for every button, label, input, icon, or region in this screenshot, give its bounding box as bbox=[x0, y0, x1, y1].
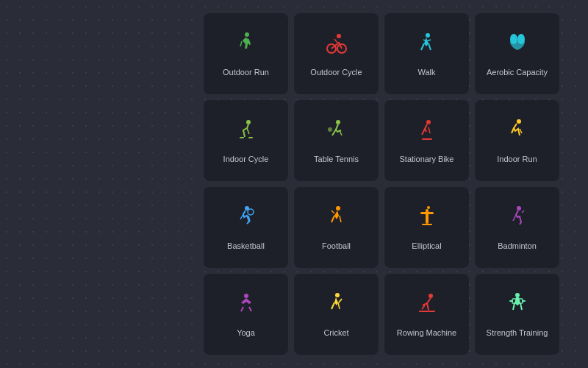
svg-rect-9 bbox=[248, 137, 253, 138]
table-tennis-icon bbox=[323, 116, 351, 148]
strength-training-icon bbox=[503, 290, 531, 322]
svg-point-12 bbox=[426, 120, 431, 124]
outdoor-run-label: Outdoor Run bbox=[223, 67, 269, 77]
football-label: Football bbox=[322, 241, 351, 251]
sport-card-badminton[interactable]: Badminton bbox=[475, 187, 559, 268]
rowing-machine-icon bbox=[413, 290, 441, 322]
indoor-cycle-icon bbox=[232, 116, 260, 148]
outdoor-cycle-label: Outdoor Cycle bbox=[310, 67, 362, 77]
stationary-bike-label: Stationary Bike bbox=[400, 154, 454, 164]
football-icon bbox=[323, 203, 351, 235]
svg-point-27 bbox=[515, 293, 520, 297]
svg-rect-8 bbox=[240, 137, 244, 138]
badminton-icon bbox=[503, 203, 531, 235]
rowing-machine-label: Rowing Machine bbox=[397, 328, 456, 338]
sport-card-aerobic-capacity[interactable]: Aerobic Capacity bbox=[475, 13, 559, 94]
sport-card-yoga[interactable]: Yoga bbox=[204, 274, 288, 355]
sport-card-strength-training[interactable]: Strength Training bbox=[475, 274, 559, 355]
outdoor-run-icon bbox=[232, 29, 260, 61]
sport-card-cricket[interactable]: Cricket bbox=[294, 274, 379, 355]
badminton-label: Badminton bbox=[498, 241, 537, 251]
elliptical-icon bbox=[413, 203, 441, 235]
svg-rect-18 bbox=[426, 209, 429, 224]
walk-label: Walk bbox=[417, 67, 435, 77]
strength-training-label: Strength Training bbox=[487, 328, 548, 338]
elliptical-label: Elliptical bbox=[412, 241, 441, 251]
cricket-label: Cricket bbox=[323, 328, 348, 338]
svg-point-25 bbox=[429, 294, 433, 298]
sport-card-indoor-run[interactable]: Indoor Run bbox=[475, 100, 559, 181]
svg-point-16 bbox=[248, 209, 254, 215]
aerobic-capacity-label: Aerobic Capacity bbox=[487, 67, 548, 77]
walk-icon bbox=[413, 29, 441, 61]
svg-point-22 bbox=[517, 206, 521, 210]
sports-grid-area: Outdoor Run Outdoor Cycle Walk Aerobic C… bbox=[184, 0, 588, 368]
outdoor-cycle-icon bbox=[323, 29, 351, 61]
sport-card-rowing-machine[interactable]: Rowing Machine bbox=[384, 274, 469, 355]
svg-point-10 bbox=[336, 120, 340, 124]
cricket-icon bbox=[323, 290, 351, 322]
svg-point-17 bbox=[336, 206, 340, 210]
sport-card-football[interactable]: Football bbox=[294, 187, 379, 268]
indoor-run-icon bbox=[503, 116, 531, 148]
sport-card-stationary-bike[interactable]: Stationary Bike bbox=[384, 100, 469, 181]
svg-rect-26 bbox=[419, 311, 435, 312]
svg-rect-19 bbox=[420, 212, 434, 214]
svg-rect-13 bbox=[422, 138, 432, 140]
sport-card-table-tennis[interactable]: Table Tennis bbox=[294, 100, 379, 181]
svg-point-21 bbox=[427, 206, 430, 209]
sports-grid: Outdoor Run Outdoor Cycle Walk Aerobic C… bbox=[204, 13, 559, 355]
basketball-label: Basketball bbox=[227, 241, 265, 251]
yoga-icon bbox=[232, 290, 260, 322]
sport-card-elliptical[interactable]: Elliptical bbox=[384, 187, 469, 268]
sport-card-walk[interactable]: Walk bbox=[384, 13, 469, 94]
aerobic-capacity-icon bbox=[503, 29, 531, 61]
sport-card-outdoor-run[interactable]: Outdoor Run bbox=[204, 13, 288, 94]
svg-point-14 bbox=[517, 119, 521, 124]
svg-point-24 bbox=[335, 293, 340, 297]
indoor-run-label: Indoor Run bbox=[497, 154, 537, 164]
svg-rect-20 bbox=[422, 224, 432, 225]
svg-point-7 bbox=[246, 120, 251, 124]
indoor-cycle-label: Indoor Cycle bbox=[223, 154, 269, 164]
sidebar bbox=[0, 0, 184, 368]
stationary-bike-icon bbox=[413, 116, 441, 148]
svg-point-3 bbox=[337, 34, 341, 38]
sport-card-basketball[interactable]: Basketball bbox=[204, 187, 288, 268]
basketball-icon bbox=[232, 203, 260, 235]
svg-point-4 bbox=[426, 33, 430, 38]
svg-point-0 bbox=[245, 32, 249, 37]
sport-card-outdoor-cycle[interactable]: Outdoor Cycle bbox=[294, 13, 379, 94]
yoga-label: Yoga bbox=[237, 328, 255, 338]
svg-point-23 bbox=[244, 294, 248, 298]
svg-point-11 bbox=[328, 127, 332, 132]
sport-card-indoor-cycle[interactable]: Indoor Cycle bbox=[204, 100, 288, 181]
table-tennis-label: Table Tennis bbox=[314, 154, 359, 164]
